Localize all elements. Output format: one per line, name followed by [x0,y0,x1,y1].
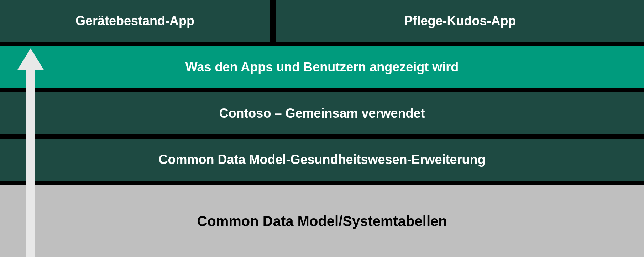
layer-cdm-healthcare-extension-label: Common Data Model-Gesundheitswesen-Erwei… [158,152,485,167]
top-app-right-label: Pflege-Kudos-App [404,13,516,28]
layer-contoso-shared: Contoso – Gemeinsam verwendet [0,92,644,134]
layer-cdm-healthcare-extension: Common Data Model-Gesundheitswesen-Erwei… [0,139,644,181]
layer-contoso-shared-label: Contoso – Gemeinsam verwendet [219,106,425,121]
top-app-left-label: Gerätebestand-App [75,13,194,28]
layer-visible-to-apps: Was den Apps und Benutzern angezeigt wir… [0,46,644,88]
layer-cdm-system-tables: Common Data Model/Systemtabellen [0,185,644,257]
top-app-right: Pflege-Kudos-App [276,0,644,42]
architecture-diagram: Gerätebestand-App Pflege-Kudos-App Was d… [0,0,644,257]
layer-visible-to-apps-label: Was den Apps und Benutzern angezeigt wir… [185,59,459,75]
layer-cdm-system-tables-label: Common Data Model/Systemtabellen [197,213,447,230]
top-app-left: Gerätebestand-App [0,0,270,42]
